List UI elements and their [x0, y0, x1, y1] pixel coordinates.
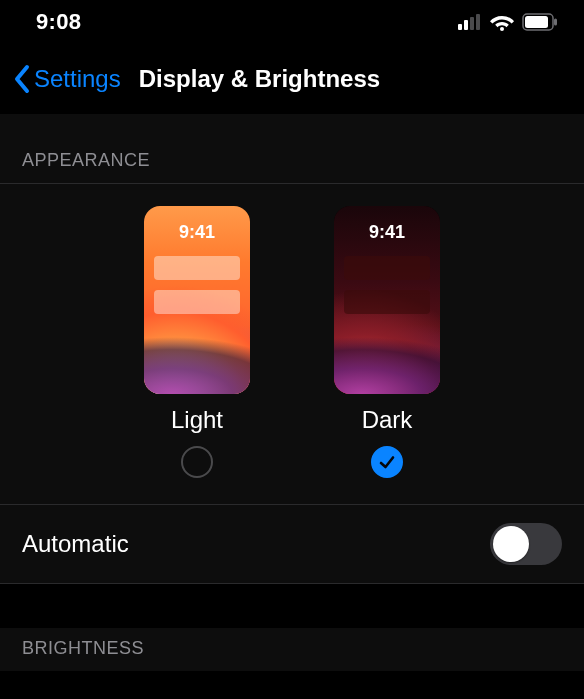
svg-rect-6 [525, 16, 548, 28]
appearance-option-dark-label: Dark [362, 406, 413, 434]
appearance-group: 9:41 Light 9:41 Dark [0, 183, 584, 584]
automatic-switch[interactable] [490, 523, 562, 565]
nav-bar: Settings Display & Brightness [0, 44, 584, 114]
svg-rect-2 [470, 17, 474, 30]
preview-time: 9:41 [144, 222, 250, 243]
automatic-label: Automatic [22, 530, 129, 558]
back-label: Settings [34, 65, 121, 93]
appearance-option-light[interactable]: 9:41 Light [144, 206, 250, 478]
radio-dark[interactable] [371, 446, 403, 478]
svg-rect-1 [464, 20, 468, 30]
preview-time: 9:41 [334, 222, 440, 243]
wifi-icon [490, 13, 514, 31]
check-icon [377, 452, 397, 472]
automatic-row: Automatic [0, 505, 584, 583]
cellular-icon [458, 14, 482, 30]
svg-rect-0 [458, 24, 462, 30]
appearance-option-light-label: Light [171, 406, 223, 434]
status-time: 9:08 [36, 9, 81, 35]
chevron-left-icon [12, 64, 32, 94]
svg-point-4 [500, 27, 504, 31]
appearance-preview-dark: 9:41 [334, 206, 440, 394]
status-icons [458, 13, 558, 31]
section-header-brightness: BRIGHTNESS [0, 628, 584, 671]
status-bar: 9:08 [0, 0, 584, 44]
appearance-preview-light: 9:41 [144, 206, 250, 394]
section-header-appearance: APPEARANCE [0, 114, 584, 183]
radio-light[interactable] [181, 446, 213, 478]
page-title: Display & Brightness [139, 65, 380, 93]
appearance-option-dark[interactable]: 9:41 Dark [334, 206, 440, 478]
svg-rect-7 [554, 19, 557, 26]
svg-rect-3 [476, 14, 480, 30]
battery-icon [522, 13, 558, 31]
back-button[interactable]: Settings [12, 64, 121, 94]
